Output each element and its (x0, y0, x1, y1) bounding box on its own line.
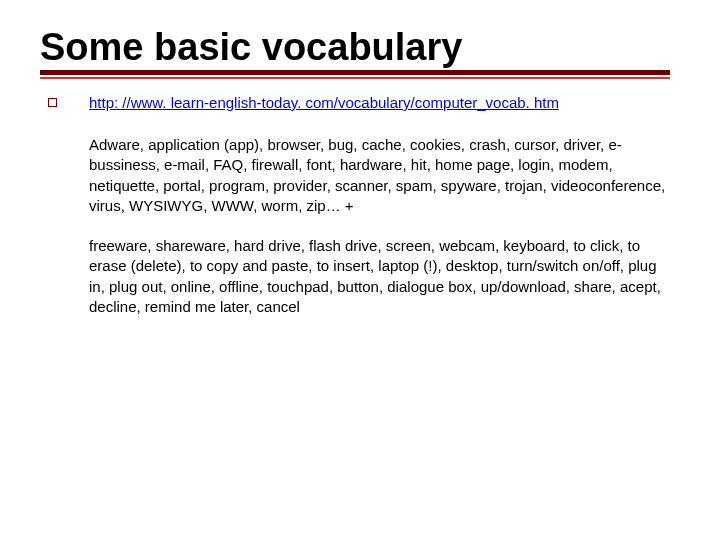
vocab-source-link: http: //www. learn-english-today. com/vo… (89, 93, 670, 113)
vocab-list-1: Adware, application (app), browser, bug,… (89, 135, 670, 216)
content-row: http: //www. learn-english-today. com/vo… (40, 93, 680, 337)
slide-title: Some basic vocabulary (40, 28, 680, 68)
title-underline-light (40, 77, 670, 79)
bullet-icon (48, 98, 57, 107)
slide-content: http: //www. learn-english-today. com/vo… (89, 93, 680, 337)
slide: Some basic vocabulary http: //www. learn… (0, 0, 720, 540)
vocab-link[interactable]: http: //www. learn-english-today. com/vo… (89, 94, 559, 111)
title-block: Some basic vocabulary (40, 28, 680, 79)
vocab-list-2: freeware, shareware, hard drive, flash d… (89, 236, 670, 317)
